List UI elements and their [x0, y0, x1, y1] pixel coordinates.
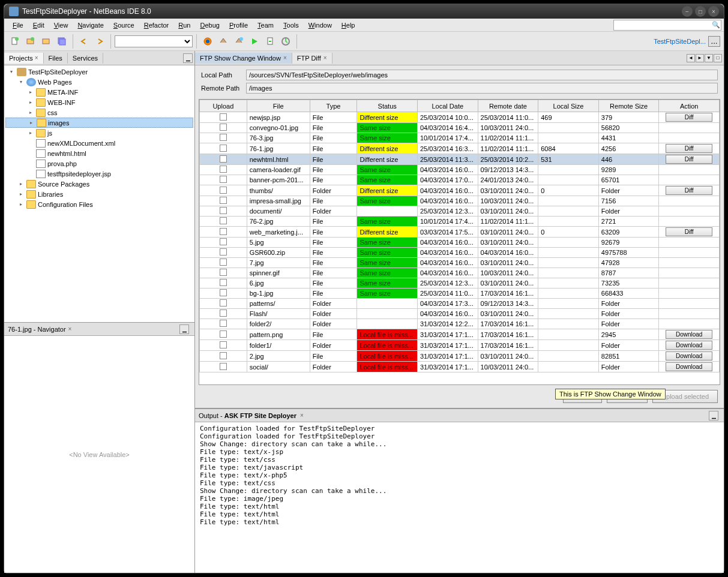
table-row[interactable]: folder2/Folder31/03/2014 12:2...17/03/20…	[200, 319, 720, 329]
expand-icon[interactable]: ▸	[17, 181, 25, 188]
upload-checkbox[interactable]	[220, 113, 227, 121]
column-header[interactable]: Remote date	[478, 100, 538, 112]
menu-source[interactable]: Source	[109, 20, 139, 30]
upload-checkbox[interactable]	[220, 269, 227, 276]
project-select-button[interactable]: ...	[708, 36, 720, 47]
table-row[interactable]: 76-3.jpgFileSame size10/01/2014 17:4...1…	[200, 133, 720, 143]
table-row[interactable]: newjsp.jspFileDifferent size25/03/2014 1…	[200, 112, 720, 123]
diff-button[interactable]: Diff	[666, 227, 712, 236]
menu-tools[interactable]: Tools	[278, 20, 304, 30]
menu-refactor[interactable]: Refactor	[139, 20, 174, 30]
table-row[interactable]: pattern.pngFileLocal file is miss...31/0…	[200, 329, 720, 340]
new-file-button[interactable]	[8, 34, 22, 49]
search-input[interactable]	[613, 20, 721, 31]
menu-edit[interactable]: Edit	[28, 20, 49, 30]
column-header[interactable]: Type	[310, 100, 357, 112]
upload-checkbox[interactable]	[220, 299, 227, 306]
table-row[interactable]: social/FolderLocal file is miss...31/03/…	[200, 362, 720, 372]
close-button[interactable]: ×	[708, 6, 719, 17]
table-row[interactable]: camera-loader.gifFileSame size04/03/2014…	[200, 165, 720, 175]
upload-checkbox[interactable]	[220, 320, 227, 327]
column-header[interactable]: Upload	[200, 100, 247, 112]
maximize-button[interactable]: □	[695, 6, 706, 17]
table-row[interactable]: patterns/Folder04/03/2014 17:3...09/12/2…	[200, 299, 720, 309]
close-icon[interactable]: ×	[323, 55, 327, 61]
tree-item[interactable]: ▸images	[5, 118, 193, 128]
menu-navigate[interactable]: Navigate	[73, 20, 108, 30]
expand-icon[interactable]: ▸	[17, 191, 25, 198]
table-row[interactable]: convegno-01.jpgFileSame size04/03/2014 1…	[200, 123, 720, 133]
menu-debug[interactable]: Debug	[195, 20, 224, 30]
table-row[interactable]: spinner.gifFileSame size04/03/2014 16:0.…	[200, 268, 720, 278]
file-table[interactable]: UploadFileTypeStatusLocal DateRemote dat…	[199, 99, 720, 385]
upload-checkbox[interactable]	[220, 259, 227, 266]
table-row[interactable]: documenti/Folder25/03/2014 12:3...03/10/…	[200, 206, 720, 217]
tab-prev-button[interactable]: ◄	[687, 54, 695, 62]
tree-item[interactable]: newhtml.html	[5, 148, 193, 158]
remote-path-field[interactable]: /images	[246, 83, 718, 94]
menu-team[interactable]: Team	[253, 20, 278, 30]
diff-button[interactable]: Diff	[666, 155, 712, 164]
expand-icon[interactable]: ▾	[8, 68, 15, 76]
new-project-button[interactable]	[23, 34, 38, 49]
menu-profile[interactable]: Profile	[224, 20, 253, 30]
upload-checkbox[interactable]	[220, 238, 227, 245]
editor-tab[interactable]: FTP Diff ×	[292, 53, 332, 64]
output-close-icon[interactable]: ×	[300, 412, 304, 419]
tree-item[interactable]: ▸Configuration Files	[5, 199, 193, 209]
diff-button[interactable]: Diff	[666, 144, 712, 153]
save-all-button[interactable]	[55, 34, 69, 49]
expand-icon[interactable]: ▸	[27, 109, 34, 116]
minimize-panel-button[interactable]: ▁	[183, 53, 193, 63]
table-row[interactable]: bg-1.jpgFileSame size25/03/2014 11:0...1…	[200, 288, 720, 299]
tab-files[interactable]: Files	[44, 53, 68, 64]
tree-item[interactable]: ▾TestFtpSiteDeployer	[5, 67, 193, 77]
upload-checkbox[interactable]	[220, 124, 227, 131]
upload-checkbox[interactable]	[220, 217, 227, 224]
profile-button[interactable]	[278, 34, 293, 49]
table-row[interactable]: banner-pcm-201...FileSame size04/03/2014…	[200, 175, 720, 185]
upload-checkbox[interactable]	[220, 166, 227, 173]
table-row[interactable]: 5.jpgFileSame size04/03/2014 16:0...03/1…	[200, 238, 720, 248]
editor-tab[interactable]: FTP Show Change Window ×	[195, 53, 292, 64]
tree-item[interactable]: ▸js	[5, 128, 193, 138]
navigator-minimize[interactable]: ▁	[179, 324, 189, 334]
download-button[interactable]: Download	[666, 330, 712, 339]
tab-max-button[interactable]: □	[714, 54, 722, 62]
upload-checkbox[interactable]	[220, 155, 227, 163]
menu-window[interactable]: Window	[304, 20, 337, 30]
table-row[interactable]: newhtml.htmlFileDifferent size25/03/2014…	[200, 154, 720, 165]
tree-item[interactable]: ▾Web Pages	[5, 77, 193, 87]
expand-icon[interactable]: ▸	[27, 130, 34, 137]
tree-item[interactable]: ▸META-INF	[5, 87, 193, 97]
project-tree[interactable]: ▾TestFtpSiteDeployer▾Web Pages▸META-INF▸…	[4, 65, 194, 322]
tree-item[interactable]: ▸css	[5, 107, 193, 118]
column-header[interactable]: Local Size	[538, 100, 599, 112]
undo-button[interactable]	[77, 34, 91, 49]
diff-button[interactable]: Diff	[666, 113, 712, 122]
expand-icon[interactable]: ▸	[27, 99, 34, 106]
output-body[interactable]: Configuration loaded for TestFtpSiteDepl…	[195, 422, 724, 573]
tree-item[interactable]: newXMLDocument.xml	[5, 138, 193, 148]
expand-icon[interactable]: ▾	[17, 79, 25, 86]
download-button[interactable]: Download	[666, 351, 712, 360]
menu-help[interactable]: Help	[337, 20, 360, 30]
expand-icon[interactable]: ▸	[28, 119, 35, 127]
tab-projects[interactable]: Projects ×	[4, 53, 44, 64]
upload-checkbox[interactable]	[220, 176, 227, 183]
menu-run[interactable]: Run	[173, 20, 195, 30]
output-minimize[interactable]: ▁	[709, 411, 718, 420]
upload-checkbox[interactable]	[220, 248, 227, 256]
run-button[interactable]	[247, 34, 262, 49]
upload-checkbox[interactable]	[220, 134, 227, 141]
tree-item[interactable]: ▸Libraries	[5, 189, 193, 199]
tree-item[interactable]: testftpsitedeployer.jsp	[5, 169, 193, 179]
expand-icon[interactable]	[27, 170, 34, 178]
tree-item[interactable]: ▸Source Packages	[5, 179, 193, 189]
tab-services[interactable]: Services	[68, 53, 103, 64]
expand-icon[interactable]: ▸	[27, 89, 34, 96]
tab-list-button[interactable]: ▼	[705, 54, 713, 62]
upload-checkbox[interactable]	[220, 279, 227, 286]
local-path-field[interactable]: /sources/SVN/TestFtpSiteDeployer/web/ima…	[246, 70, 718, 80]
table-row[interactable]: thumbs/FolderDifferent size04/03/2014 16…	[200, 185, 720, 196]
